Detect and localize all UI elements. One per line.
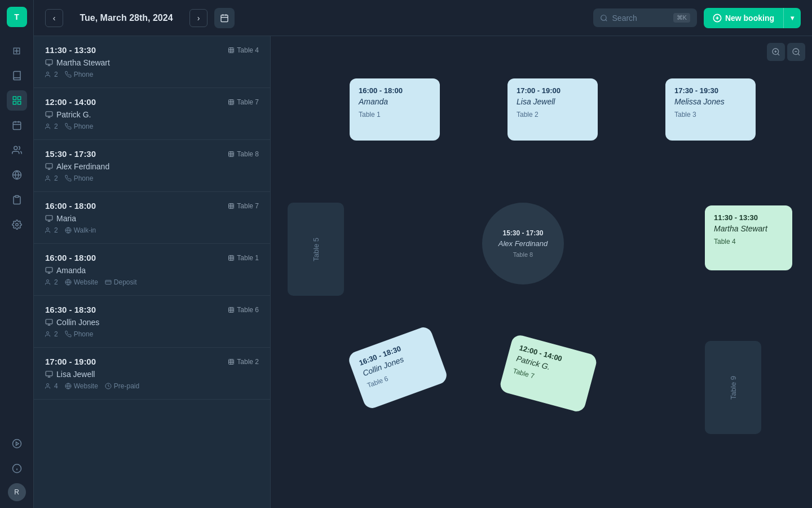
svg-rect-87	[229, 359, 234, 364]
search-icon	[600, 14, 608, 22]
svg-point-95	[47, 384, 49, 386]
booking-meta: 2 Phone	[45, 330, 259, 338]
sidebar-item-calendar-grid[interactable]	[7, 90, 27, 111]
date-picker-button[interactable]	[214, 8, 235, 28]
booking-time: 12:00 - 14:00	[45, 97, 96, 107]
table-label: Table 9	[729, 376, 738, 400]
booking-table-badge: Table 2	[228, 358, 259, 366]
booking-time: 16:30 - 18:30	[45, 305, 96, 314]
guest-count: 2	[45, 122, 58, 130]
floor-card-table2[interactable]: 17:00 - 19:00 Lisa Jewell Table 2	[508, 78, 598, 141]
sidebar-item-info[interactable]	[7, 458, 27, 479]
sidebar-item-clipboard[interactable]	[7, 190, 27, 210]
floor-rect-table9: Table 9	[705, 341, 761, 434]
search-input[interactable]	[612, 14, 669, 23]
booking-meta: 2 Phone	[45, 122, 259, 130]
booking-item[interactable]: 12:00 - 14:00 Table 7 Patrick G. 2	[34, 88, 270, 140]
booking-time: 17:00 - 19:00	[45, 357, 96, 366]
booking-time: 16:00 - 18:00	[45, 201, 96, 211]
booking-item[interactable]: 15:30 - 17:30 Table 8 Alex Ferdinand 2	[34, 140, 270, 192]
card-guest: Melissa Jones	[674, 97, 747, 106]
new-booking-dropdown-arrow[interactable]: ▾	[784, 8, 801, 28]
floor-circle-table8[interactable]: 15:30 - 17:30 Alex Ferdinand Table 8	[482, 203, 564, 284]
booking-guest-name: Patrick G.	[45, 110, 259, 119]
booking-table-badge: Table 4	[228, 46, 259, 54]
svg-rect-18	[221, 15, 228, 21]
floor-card-table4[interactable]: 11:30 - 13:30 Martha Stewart Table 4	[705, 205, 792, 270]
booking-item[interactable]: 11:30 - 13:30 Table 4 Martha Stewart 2	[34, 36, 270, 88]
booking-item[interactable]: 16:00 - 18:00 Table 7 Maria 2	[34, 192, 270, 244]
svg-rect-54	[229, 203, 234, 208]
svg-marker-14	[16, 442, 19, 445]
prev-date-button[interactable]: ‹	[45, 9, 63, 27]
card-guest: Lisa Jewell	[517, 97, 589, 106]
booking-guest-name: Collin Jones	[45, 318, 259, 327]
svg-line-104	[798, 54, 800, 55]
booking-meta: 2 Website Deposit	[45, 278, 259, 286]
contact-method: Phone	[65, 122, 94, 130]
svg-rect-41	[46, 112, 52, 116]
guest-count: 2	[45, 226, 58, 234]
svg-point-73	[47, 280, 49, 282]
card-time: 17:30 - 19:30	[674, 86, 747, 95]
card-time: 15:30 - 17:30	[502, 229, 543, 237]
svg-rect-45	[229, 151, 234, 156]
svg-rect-83	[46, 319, 52, 324]
booking-time: 11:30 - 13:30	[45, 45, 96, 55]
svg-rect-3	[13, 102, 16, 104]
sidebar-item-settings[interactable]	[7, 214, 27, 235]
new-booking-label: New booking	[725, 14, 774, 23]
deposit-badge: Deposit	[105, 278, 137, 286]
sidebar-item-users[interactable]	[7, 140, 27, 160]
guest-count: 4	[45, 382, 58, 390]
svg-rect-32	[46, 60, 52, 64]
table-label: Table 5	[312, 238, 320, 261]
sidebar-item-book[interactable]	[7, 65, 27, 86]
floor-card-table1[interactable]: 16:00 - 18:00 Amanda Table 1	[350, 78, 440, 141]
booking-guest-name: Maria	[45, 214, 259, 223]
main-content: ‹ Tue, March 28th, 2024 › ⌘K New booking…	[34, 0, 812, 508]
zoom-out-button[interactable]	[787, 43, 805, 61]
svg-rect-50	[46, 164, 52, 168]
search-kbd: ⌘K	[673, 13, 690, 23]
booking-guest-name: Lisa Jewell	[45, 370, 259, 379]
content-area: 11:30 - 13:30 Table 4 Martha Stewart 2	[34, 36, 812, 508]
new-booking-button[interactable]: New booking ▾	[704, 8, 801, 28]
svg-rect-1	[17, 97, 20, 99]
contact-method: Phone	[65, 330, 94, 338]
sidebar-item-movie[interactable]	[7, 433, 27, 454]
zoom-controls	[767, 43, 805, 61]
floor-card-table6[interactable]: 16:30 - 18:30 Collin Jones Table 6	[347, 325, 449, 411]
zoom-in-button[interactable]	[767, 43, 785, 61]
contact-method: Website	[65, 278, 98, 286]
svg-line-23	[605, 19, 607, 21]
card-time: 17:00 - 19:00	[517, 86, 589, 95]
booking-table-badge: Table 7	[228, 202, 259, 210]
svg-rect-65	[229, 255, 234, 260]
booking-guest-name: Martha Stewart	[45, 58, 259, 67]
floor-card-table3[interactable]: 17:30 - 19:30 Melissa Jones Table 3	[665, 78, 756, 141]
booking-time: 15:30 - 17:30	[45, 149, 96, 159]
card-table: Table 3	[674, 111, 747, 119]
floor-card-table7[interactable]: 12:00 - 14:00 Patrick G. Table 7	[498, 334, 598, 414]
contact-method: Walk-in	[65, 226, 96, 234]
sidebar-item-calendar[interactable]	[7, 115, 27, 135]
floor-plan: 16:00 - 18:00 Amanda Table 1 17:00 - 19:…	[271, 36, 812, 508]
plus-circle-icon	[713, 14, 722, 23]
booking-item[interactable]: 17:00 - 19:00 Table 2 Lisa Jewell 4	[34, 348, 270, 400]
booking-table-badge: Table 7	[228, 98, 259, 106]
guest-count: 2	[45, 71, 58, 78]
header: ‹ Tue, March 28th, 2024 › ⌘K New booking…	[34, 0, 812, 36]
sidebar-item-grid[interactable]: ⊞	[7, 41, 27, 61]
svg-point-12	[15, 224, 18, 226]
booking-guest-name: Amanda	[45, 266, 259, 275]
booking-list: 11:30 - 13:30 Table 4 Martha Stewart 2	[34, 36, 271, 508]
next-date-button[interactable]: ›	[189, 9, 208, 27]
card-guest: Amanda	[359, 97, 431, 106]
new-booking-main[interactable]: New booking	[704, 8, 783, 28]
user-avatar[interactable]: R	[8, 483, 26, 501]
sidebar-item-globe[interactable]	[7, 165, 27, 185]
booking-table-badge: Table 1	[228, 254, 259, 262]
booking-item[interactable]: 16:30 - 18:30 Table 6 Collin Jones 2	[34, 296, 270, 348]
booking-item[interactable]: 16:00 - 18:00 Table 1 Amanda 2	[34, 244, 270, 296]
